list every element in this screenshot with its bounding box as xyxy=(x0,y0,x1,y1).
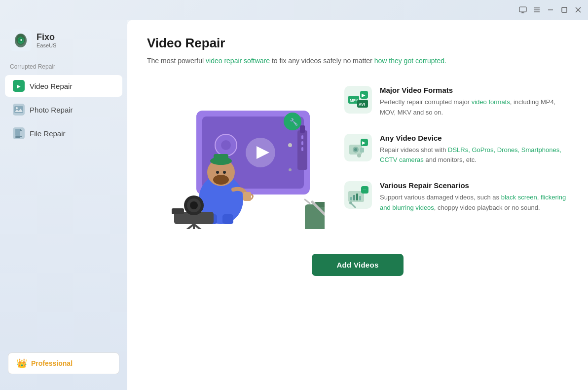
file-repair-label: File Repair xyxy=(30,129,66,138)
svg-point-41 xyxy=(223,171,226,174)
video-repair-icon xyxy=(13,80,25,92)
sidebar-item-file-repair[interactable]: File Repair xyxy=(5,122,122,144)
svg-text:▶: ▶ xyxy=(362,92,366,98)
titlebar xyxy=(0,0,588,20)
illustration: 🔧 xyxy=(147,81,325,229)
svg-rect-74 xyxy=(350,197,352,200)
svg-rect-42 xyxy=(243,192,251,201)
sidebar-item-photo-repair[interactable]: Photo Repair xyxy=(5,99,122,120)
photo-repair-icon xyxy=(13,104,25,116)
svg-point-56 xyxy=(289,168,292,171)
app-subtitle: EaseUS xyxy=(37,42,56,48)
svg-point-39 xyxy=(213,175,229,185)
feature-major-formats-desc: Perfectly repair corrupted major video f… xyxy=(380,97,568,118)
svg-line-48 xyxy=(182,224,194,229)
close-icon[interactable] xyxy=(574,6,582,14)
svg-text:AVI: AVI xyxy=(359,102,365,107)
svg-point-24 xyxy=(221,140,231,150)
subtitle-highlight: video repair software xyxy=(206,57,270,65)
feature-major-formats-text: Major Video Formats Perfectly repair cor… xyxy=(380,86,568,118)
photo-repair-label: Photo Repair xyxy=(30,106,73,114)
menu-icon[interactable] xyxy=(533,6,541,14)
device-icon: ▶ xyxy=(344,134,372,161)
subtitle-text-2: to fix any videos safely no matter xyxy=(270,57,374,65)
feature-major-formats-title: Major Video Formats xyxy=(380,86,568,94)
feature-repair-scenarios: ··· Various Repair Scenarios Support var… xyxy=(344,181,568,213)
sidebar: Fixo EaseUS Corrupted Repair Video Repai… xyxy=(0,20,127,390)
sidebar-bottom: 👑 Professional xyxy=(0,345,127,382)
svg-text:🔧: 🔧 xyxy=(290,118,298,126)
app-logo-icon xyxy=(10,30,32,51)
video-format-icon: MP4 AVI ▶ xyxy=(344,86,372,114)
crown-icon: 👑 xyxy=(16,358,27,369)
minimize-icon[interactable] xyxy=(547,6,554,14)
svg-text:▶: ▶ xyxy=(362,140,366,145)
subtitle-highlight-2: how they got corrupted. xyxy=(374,57,446,65)
svg-point-16 xyxy=(16,107,18,109)
svg-line-50 xyxy=(194,224,206,229)
window-controls xyxy=(519,6,582,14)
content-area: 🔧 xyxy=(147,81,568,229)
pro-label: Professional xyxy=(31,359,73,367)
page-title: Video Repair xyxy=(147,36,568,51)
svg-text:MP4: MP4 xyxy=(350,98,358,103)
feature-repair-scenarios-desc: Support various damaged videos, such as … xyxy=(380,193,568,213)
svg-rect-19 xyxy=(15,136,22,137)
svg-rect-18 xyxy=(15,129,20,136)
feature-any-device-desc: Repair videos shot with DSLRs, GoPros, D… xyxy=(380,145,568,166)
svg-rect-38 xyxy=(214,154,228,163)
svg-rect-35 xyxy=(222,214,233,224)
sidebar-item-video-repair[interactable]: Video Repair xyxy=(5,75,122,97)
feature-any-device-text: Any Video Device Repair videos shot with… xyxy=(380,134,568,166)
feature-major-formats: MP4 AVI ▶ Major Video Formats Perfectl xyxy=(344,86,568,118)
add-videos-button[interactable]: Add Videos xyxy=(312,254,403,276)
svg-rect-75 xyxy=(353,195,355,200)
svg-rect-68 xyxy=(360,148,364,153)
pro-button[interactable]: 👑 Professional xyxy=(8,352,119,374)
svg-point-71 xyxy=(357,154,361,157)
svg-rect-44 xyxy=(172,208,184,214)
svg-rect-28 xyxy=(301,135,303,139)
svg-rect-20 xyxy=(15,137,20,138)
app-name: Fixo xyxy=(37,33,56,42)
feature-any-device-title: Any Video Device xyxy=(380,134,568,142)
svg-rect-76 xyxy=(356,194,358,200)
svg-point-81 xyxy=(349,201,352,204)
sidebar-section-label: Corrupted Repair xyxy=(0,63,127,74)
svg-text:···: ··· xyxy=(363,188,367,192)
file-repair-icon xyxy=(13,127,25,139)
monitor-icon[interactable] xyxy=(519,6,527,14)
add-btn-area: Add Videos xyxy=(147,254,568,276)
page-subtitle: The most powerful video repair software … xyxy=(147,56,568,66)
svg-rect-7 xyxy=(562,7,567,12)
maximize-icon[interactable] xyxy=(560,6,568,14)
feature-repair-scenarios-text: Various Repair Scenarios Support various… xyxy=(380,181,568,213)
svg-rect-77 xyxy=(359,196,361,200)
feature-any-device: ▶ Any Video Device Repair videos shot wi… xyxy=(344,134,568,166)
svg-line-54 xyxy=(305,199,310,203)
subtitle-text-1: The most powerful xyxy=(147,57,206,65)
svg-rect-0 xyxy=(519,7,526,12)
svg-rect-27 xyxy=(300,125,305,133)
svg-rect-30 xyxy=(301,147,303,151)
logo-area: Fixo EaseUS xyxy=(0,28,127,63)
svg-rect-29 xyxy=(301,141,303,145)
svg-point-67 xyxy=(354,148,357,151)
svg-rect-51 xyxy=(305,204,325,229)
video-repair-label: Video Repair xyxy=(30,82,72,90)
scenarios-icon: ··· xyxy=(344,181,372,209)
svg-point-47 xyxy=(190,201,198,209)
features-list: MP4 AVI ▶ Major Video Formats Perfectl xyxy=(344,81,568,213)
svg-point-40 xyxy=(216,171,219,174)
svg-point-55 xyxy=(288,143,292,147)
feature-repair-scenarios-title: Various Repair Scenarios xyxy=(380,181,568,190)
main-content: Video Repair The most powerful video rep… xyxy=(127,20,588,390)
